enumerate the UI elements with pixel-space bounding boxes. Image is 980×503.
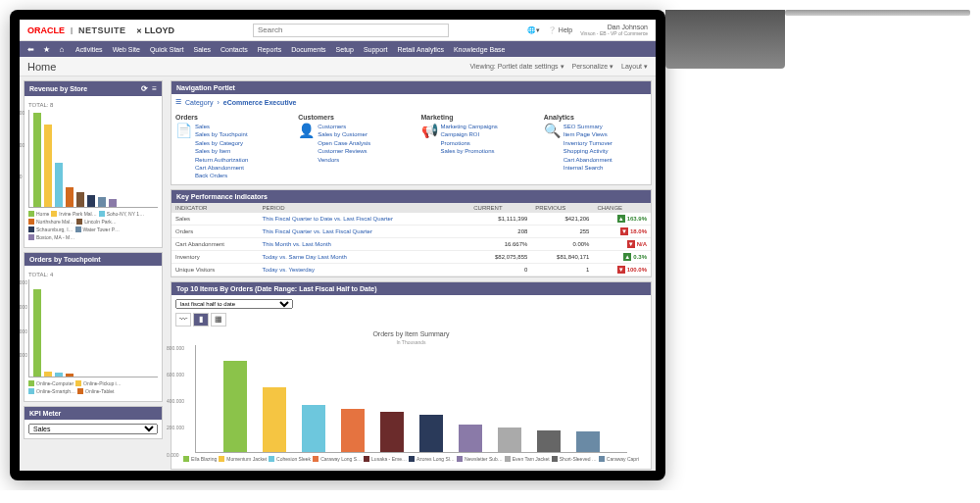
breadcrumb-item[interactable]: Category — [185, 99, 213, 106]
menu-item[interactable]: Sales — [189, 44, 217, 55]
nav-link[interactable]: Customer Reviews — [318, 147, 401, 155]
back-icon[interactable]: ⬅ — [24, 42, 37, 56]
nav-link[interactable]: Marketing Campaigns — [441, 123, 524, 130]
chart-bar — [76, 192, 84, 207]
chart-bar — [263, 387, 286, 451]
total-label: TOTAL: 4 — [28, 270, 158, 279]
globe-icon[interactable]: 🌐▾ — [527, 26, 540, 34]
nav-heading: Customers — [298, 114, 401, 121]
chart-bar — [223, 361, 247, 452]
legend-item: Online-Smartph… — [28, 388, 75, 394]
legend-item: Newsletter Sub… — [457, 456, 503, 462]
main-menu: ⬅ ★ ⌂ ActivitiesWeb SiteQuick StartSales… — [20, 41, 656, 57]
chart-bar — [498, 428, 521, 452]
legend-item: Online-Pickup i… — [75, 380, 122, 386]
nav-link[interactable]: Inventory Turnover — [564, 139, 647, 147]
menu-item[interactable]: Activities — [71, 44, 108, 55]
chart-bar — [66, 374, 74, 377]
refresh-icon[interactable]: ⟳ — [141, 84, 148, 93]
menu-item[interactable]: Reports — [253, 44, 287, 55]
layout-toggle[interactable]: Layout ▾ — [621, 63, 648, 71]
nav-link[interactable]: Return Authorization — [195, 156, 278, 164]
portlet-title: Revenue by Store — [29, 85, 87, 92]
nav-link[interactable]: Cart Abandonment — [564, 156, 647, 164]
viewing-toggle[interactable]: Viewing: Portlet date settings ▾ — [469, 63, 564, 71]
legend-item: Ella Blazing — [183, 456, 217, 462]
star-icon[interactable]: ★ — [39, 42, 53, 56]
nav-link[interactable]: Open Case Analysis — [318, 139, 401, 147]
date-range-select[interactable]: last fiscal half to date — [175, 299, 293, 309]
user-menu[interactable]: Dan Johnson Vinson - EB - VP of Commerce — [580, 24, 648, 36]
breadcrumb-item[interactable]: eCommerce Executive — [223, 99, 297, 106]
menu-icon[interactable]: ≡ — [152, 84, 157, 93]
nav-link[interactable]: Sales by Touchpoint — [195, 130, 278, 138]
home-icon[interactable]: ⌂ — [55, 42, 69, 56]
legend-item: Caraway Capri — [599, 456, 639, 462]
legend-item: Water Tower P… — [75, 226, 121, 232]
nav-link[interactable]: Campaign ROI — [441, 130, 524, 138]
chart-bar — [109, 199, 117, 207]
menu-item[interactable]: Contacts — [216, 44, 253, 55]
page-header: Home Viewing: Portlet date settings ▾ Pe… — [20, 57, 656, 76]
legend-item: Lincoln Park… — [76, 219, 117, 225]
table-icon[interactable]: ▦ — [211, 313, 226, 327]
kpi-period-link[interactable]: This Fiscal Quarter to Date vs. Last Fis… — [263, 216, 393, 222]
nav-link[interactable]: Back Orders — [195, 172, 278, 179]
chart-type-switch: 〰 ▮ ▦ — [175, 313, 647, 327]
nav-link[interactable]: Sales by Category — [195, 139, 278, 147]
nav-link[interactable]: Cart Abandonment — [195, 164, 278, 172]
nav-icon: 👤 — [298, 123, 314, 138]
menu-item[interactable]: Quick Start — [145, 44, 189, 55]
nav-link[interactable]: Internal Search — [564, 164, 647, 172]
chart-bar — [55, 163, 63, 207]
menu-item[interactable]: Support — [359, 44, 393, 55]
nav-link[interactable]: Sales by Item — [195, 147, 278, 155]
chart-bar — [459, 425, 482, 451]
kpi-meter-portlet: KPI Meter Sales — [24, 406, 163, 439]
legend-item: Home — [28, 211, 49, 217]
kpi-period-link[interactable]: Today vs. Yesterday — [263, 267, 315, 273]
kpi-period-link[interactable]: This Fiscal Quarter vs. Last Fiscal Quar… — [263, 228, 372, 234]
nav-link[interactable]: Customers — [318, 123, 401, 130]
portlet-title: KPI Meter — [29, 410, 61, 417]
chart-bar — [537, 430, 561, 452]
legend-item: Soho-NY, NY 1… — [99, 211, 144, 217]
oracle-logo: ORACLE — [27, 25, 65, 35]
personalize-toggle[interactable]: Personalize ▾ — [572, 63, 614, 71]
nav-icon: 🔍 — [544, 123, 560, 138]
global-search — [253, 24, 449, 37]
nav-link[interactable]: Sales by Promotions — [441, 147, 524, 155]
menu-item[interactable]: Web Site — [108, 44, 145, 55]
kpi-period-link[interactable]: This Month vs. Last Month — [263, 241, 331, 247]
search-input[interactable] — [253, 24, 449, 37]
brand-block: ORACLE | NETSUITE LLOYD — [27, 25, 174, 35]
help-link[interactable]: ❔ Help — [548, 26, 572, 34]
chart-bar — [576, 431, 600, 451]
nav-link[interactable]: SEO Summary — [564, 123, 647, 130]
chart-bar — [380, 412, 404, 452]
kpi-table: INDICATORPERIODCURRENTPREVIOUSCHANGE Sal… — [172, 203, 651, 277]
line-chart-icon[interactable]: 〰 — [175, 313, 191, 327]
chart-bar — [66, 187, 74, 207]
nav-link[interactable]: Shopping Activity — [564, 147, 647, 155]
menu-item[interactable]: Setup — [331, 44, 359, 55]
menu-item[interactable]: Documents — [286, 44, 330, 55]
nav-column: Customers👤CustomersSales by CustomerOpen… — [298, 114, 401, 180]
revenue-chart: 15,000 10,000 5,000 — [28, 110, 158, 208]
nav-icon: 📄 — [175, 123, 191, 138]
nav-link[interactable]: Promotions — [441, 139, 524, 147]
menu-icon[interactable]: ☰ — [175, 98, 181, 106]
kpi-meter-select[interactable]: Sales — [28, 424, 158, 434]
nav-link[interactable]: Sales — [195, 123, 278, 130]
legend-item: Azores Long Sl… — [409, 456, 455, 462]
menu-item[interactable]: Knowledge Base — [449, 44, 511, 55]
legend-item: Even Tam Jacket — [505, 456, 550, 462]
nav-link[interactable]: Sales by Customer — [318, 130, 401, 138]
kpi-period-link[interactable]: Today vs. Same Day Last Month — [263, 254, 347, 260]
nav-link[interactable]: Vendors — [318, 156, 401, 164]
menu-item[interactable]: Retail Analytics — [392, 44, 448, 55]
netsuite-logo: NETSUITE — [78, 25, 126, 35]
bar-chart-icon[interactable]: ▮ — [193, 313, 209, 327]
portlet-title: Top 10 Items By Orders (Date Range: Last… — [176, 285, 376, 292]
nav-link[interactable]: Item Page Views — [564, 130, 647, 138]
